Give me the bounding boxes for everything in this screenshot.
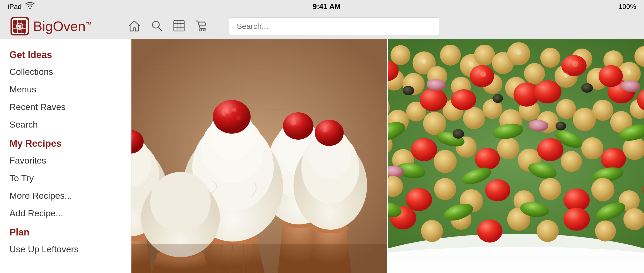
cart-icon[interactable] — [195, 20, 208, 33]
sidebar-item-collections[interactable]: Collections — [0, 63, 131, 81]
svg-point-158 — [485, 179, 510, 201]
svg-point-0 — [29, 8, 31, 9]
cupcake-image — [131, 39, 387, 273]
svg-rect-63 — [131, 244, 387, 273]
svg-point-127 — [475, 148, 500, 170]
salad-image — [388, 39, 644, 273]
svg-point-130 — [537, 138, 564, 161]
logo-icon — [11, 17, 29, 35]
svg-point-162 — [591, 178, 615, 201]
sidebar-item-search[interactable]: Search — [0, 116, 131, 133]
logo-text: BigOven™ — [33, 18, 91, 34]
svg-point-110 — [420, 88, 447, 111]
svg-rect-183 — [388, 262, 644, 273]
sidebar: Get Ideas Collections Menus Recent Raves… — [0, 39, 131, 273]
svg-point-53 — [227, 118, 232, 123]
sidebar-item-use-up-leftovers[interactable]: Use Up Leftovers — [0, 240, 131, 258]
svg-point-131 — [561, 151, 582, 172]
status-left: iPad — [8, 2, 35, 11]
grid-icon[interactable] — [173, 20, 185, 33]
svg-point-9 — [18, 25, 21, 28]
svg-point-119 — [599, 65, 623, 87]
wifi-icon — [25, 2, 35, 11]
status-bar: iPad 9:41 AM 100% — [0, 0, 644, 13]
ipad-label: iPad — [8, 3, 22, 11]
svg-point-174 — [595, 220, 616, 242]
svg-point-168 — [421, 220, 443, 242]
sidebar-item-to-try[interactable]: To Try — [0, 169, 131, 187]
svg-point-80 — [524, 63, 545, 84]
salad-image-panel — [388, 39, 644, 273]
svg-point-191 — [481, 71, 486, 77]
svg-point-170 — [477, 219, 503, 243]
svg-point-82 — [540, 48, 560, 68]
cupcake-image-panel — [131, 39, 388, 273]
svg-point-73 — [440, 45, 461, 66]
svg-point-62 — [150, 172, 211, 232]
svg-point-118 — [534, 80, 561, 103]
svg-rect-13 — [174, 20, 184, 31]
nav-icons — [128, 20, 208, 33]
svg-point-156 — [434, 178, 456, 200]
search-nav-icon[interactable] — [151, 20, 163, 33]
svg-point-188 — [564, 72, 569, 78]
section-header-plan: Plan — [0, 222, 131, 240]
svg-point-102 — [556, 99, 576, 119]
svg-point-59 — [323, 127, 328, 132]
search-bar[interactable] — [229, 17, 439, 35]
svg-point-18 — [200, 29, 202, 31]
svg-line-12 — [159, 27, 162, 31]
time-display: 9:41 AM — [313, 2, 341, 11]
svg-point-128 — [497, 137, 519, 159]
search-input[interactable] — [229, 17, 439, 35]
svg-point-132 — [581, 137, 604, 159]
svg-point-186 — [469, 62, 474, 67]
svg-point-133 — [601, 148, 626, 170]
svg-point-192 — [572, 61, 579, 67]
battery-display: 100% — [619, 3, 636, 11]
svg-point-76 — [474, 45, 495, 66]
svg-point-104 — [592, 100, 614, 121]
nav-bar: BigOven™ — [0, 13, 644, 39]
section-header-my-recipes: My Recipes — [0, 133, 131, 152]
svg-point-95 — [423, 112, 446, 135]
svg-point-155 — [406, 188, 432, 211]
svg-point-187 — [517, 50, 521, 55]
svg-point-189 — [627, 70, 632, 75]
content-area — [131, 39, 644, 273]
svg-point-58 — [315, 120, 344, 146]
sidebar-item-recent-raves[interactable]: Recent Raves — [0, 98, 131, 116]
svg-point-173 — [564, 208, 590, 231]
home-icon[interactable] — [128, 20, 141, 33]
svg-point-185 — [422, 59, 427, 64]
svg-point-36 — [291, 120, 296, 125]
main-layout: Get Ideas Collections Menus Recent Raves… — [0, 39, 644, 273]
logo[interactable]: BigOven™ — [11, 17, 91, 35]
svg-point-172 — [537, 220, 559, 242]
svg-point-125 — [434, 150, 457, 173]
svg-point-148 — [493, 94, 503, 103]
svg-point-19 — [203, 29, 205, 31]
svg-point-152 — [556, 122, 566, 130]
svg-point-35 — [283, 112, 314, 140]
svg-point-149 — [581, 83, 593, 93]
sidebar-item-favorites[interactable]: Favorites — [0, 152, 131, 169]
svg-point-147 — [403, 86, 414, 95]
svg-point-51 — [231, 111, 237, 117]
svg-point-47 — [213, 100, 251, 134]
sidebar-item-more-recipes[interactable]: More Recipes... — [0, 187, 131, 204]
svg-point-151 — [453, 129, 464, 139]
svg-point-52 — [236, 116, 241, 120]
svg-point-160 — [539, 178, 561, 200]
section-header-get-ideas: Get Ideas — [0, 45, 131, 63]
sidebar-item-menus[interactable]: Menus — [0, 81, 131, 98]
sidebar-item-add-recipe[interactable]: Add Recipe... — [0, 204, 131, 222]
svg-point-124 — [411, 138, 437, 161]
svg-point-67 — [391, 45, 411, 65]
svg-point-97 — [463, 107, 485, 129]
svg-point-117 — [451, 89, 476, 110]
